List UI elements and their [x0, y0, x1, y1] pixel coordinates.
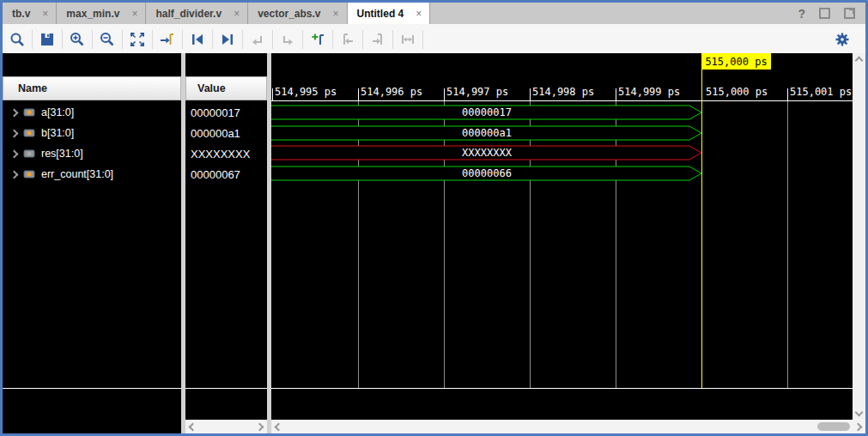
- signal-row-err-count[interactable]: err_count[31:0]: [3, 164, 181, 185]
- axis-tick-label: 514,996 ps: [361, 86, 422, 98]
- value-column-header: Value: [185, 76, 267, 100]
- waveform-window: tb.v × max_min.v × half_divider.v × vect…: [0, 0, 868, 436]
- scroll-left-icon[interactable]: [189, 422, 197, 431]
- signal-value: 000000a1: [191, 123, 266, 143]
- expand-icon[interactable]: [10, 170, 19, 179]
- wave-bottom-divider: [271, 388, 853, 389]
- wave-bus-a: 00000017: [271, 105, 702, 120]
- tab-untitled-4[interactable]: Untitled 4 ×: [348, 3, 431, 24]
- signal-row-a[interactable]: a[31:0]: [3, 102, 181, 123]
- signal-name-panel: Name a[31:0] b[31:0] res[31:0] err_count: [3, 53, 181, 433]
- axis-tick-label: 514,997 ps: [446, 86, 508, 98]
- previous-edge-icon[interactable]: [243, 27, 272, 51]
- next-edge-icon[interactable]: [273, 27, 302, 51]
- scroll-right-icon[interactable]: [256, 422, 264, 431]
- scroll-up-icon[interactable]: [855, 57, 864, 65]
- bus-signal-icon: [23, 169, 36, 179]
- axis-tick-label: 514,999 ps: [618, 86, 680, 98]
- tab-half_divider.v[interactable]: half_divider.v ×: [146, 3, 248, 24]
- signal-value: 00000017: [191, 102, 266, 123]
- next-transition-icon[interactable]: [213, 27, 242, 51]
- signal-name: a[31:0]: [41, 106, 74, 118]
- wave-bus-res: XXXXXXXX: [271, 145, 702, 160]
- gridline: [787, 101, 788, 388]
- signal-value: XXXXXXXX: [191, 143, 266, 164]
- bus-value-label: XXXXXXXX: [271, 146, 702, 160]
- axis-tick-label: 515,000 ps: [706, 86, 768, 98]
- name-column-header: Name: [3, 76, 181, 100]
- signal-row-b[interactable]: b[31:0]: [3, 123, 181, 143]
- scrollbar-thumb[interactable]: [817, 422, 850, 431]
- search-icon[interactable]: [3, 27, 32, 51]
- scroll-down-icon[interactable]: [855, 409, 864, 417]
- tab-label: Untitled 4: [357, 8, 404, 20]
- tab-label: half_divider.v: [155, 8, 222, 20]
- signal-name: err_count[31:0]: [41, 168, 113, 180]
- waveform-canvas[interactable]: 514,995 ps 514,996 ps 514,997 ps 514,998…: [271, 53, 853, 433]
- scroll-left-icon[interactable]: [275, 422, 283, 431]
- tab-label: max_min.v: [66, 8, 119, 20]
- value-horizontal-scrollbar[interactable]: [185, 420, 267, 433]
- tab-vector_abs.v[interactable]: vector_abs.v ×: [248, 3, 347, 24]
- panel-bottom-divider: [185, 388, 267, 389]
- go-to-cursor-icon[interactable]: [153, 27, 182, 51]
- signal-row-res[interactable]: res[31:0]: [3, 143, 181, 164]
- tab-label: tb.v: [12, 8, 30, 20]
- time-cursor-line[interactable]: [701, 70, 702, 388]
- add-marker-icon[interactable]: [303, 27, 332, 51]
- tab-max_min.v[interactable]: max_min.v ×: [57, 3, 146, 24]
- bus-signal-icon: [23, 128, 36, 138]
- previous-marker-icon[interactable]: [333, 27, 362, 51]
- tab-tb.v[interactable]: tb.v ×: [3, 3, 57, 24]
- bus-value-label: 00000066: [271, 167, 702, 180]
- signal-name: b[31:0]: [41, 127, 74, 139]
- expand-icon[interactable]: [10, 129, 19, 137]
- bus-signal-icon: [23, 107, 36, 118]
- signal-value: 00000067: [191, 164, 266, 185]
- window-controls: ?: [798, 3, 865, 24]
- axis-tick: [358, 88, 359, 100]
- axis-tick: [787, 88, 788, 100]
- panel-bottom-divider: [3, 388, 181, 389]
- maximize-icon[interactable]: [819, 8, 830, 19]
- float-icon[interactable]: [844, 8, 855, 19]
- help-icon[interactable]: ?: [798, 7, 805, 21]
- expand-icon[interactable]: [10, 108, 19, 117]
- zoom-fit-icon[interactable]: [123, 27, 152, 51]
- close-icon[interactable]: ×: [416, 8, 422, 20]
- marker-span-icon[interactable]: [393, 27, 422, 51]
- close-icon[interactable]: ×: [234, 8, 240, 20]
- wave-horizontal-scrollbar[interactable]: [271, 420, 865, 433]
- close-icon[interactable]: ×: [131, 8, 137, 20]
- expand-icon[interactable]: [10, 149, 19, 158]
- signal-name: res[31:0]: [41, 148, 83, 160]
- waveform-toolbar: [3, 24, 865, 56]
- axis-tick: [530, 88, 531, 100]
- wave-viewer-body: Name a[31:0] b[31:0] res[31:0] err_count: [3, 53, 865, 433]
- wave-vertical-scrollbar[interactable]: [853, 53, 865, 420]
- time-cursor-label[interactable]: 515,000 ps: [701, 53, 771, 70]
- bus-value-label: 00000017: [271, 106, 702, 119]
- wave-bus-err-count: 00000066: [271, 166, 702, 181]
- tab-bar: tb.v × max_min.v × half_divider.v × vect…: [3, 3, 865, 24]
- axis-tick: [616, 88, 616, 100]
- axis-tick: [444, 88, 445, 100]
- bus-value-label: 000000a1: [271, 126, 702, 140]
- next-marker-icon[interactable]: [363, 27, 392, 51]
- scroll-right-icon[interactable]: [854, 422, 863, 431]
- settings-gear-icon[interactable]: [828, 27, 857, 51]
- save-icon[interactable]: [33, 27, 62, 51]
- axis-tick-label: 514,995 ps: [275, 86, 337, 98]
- wave-bus-b: 000000a1: [271, 125, 702, 141]
- close-icon[interactable]: ×: [333, 8, 339, 20]
- signal-value-panel: Value 00000017 000000a1 XXXXXXXX 0000006…: [185, 53, 267, 433]
- axis-tick-label: 515,001 ps: [790, 86, 852, 98]
- zoom-in-icon[interactable]: [63, 27, 92, 51]
- axis-tick-label: 514,998 ps: [532, 86, 594, 98]
- zoom-out-icon[interactable]: [93, 27, 122, 51]
- previous-transition-icon[interactable]: [183, 27, 212, 51]
- axis-tick: [272, 88, 273, 100]
- tab-label: vector_abs.v: [258, 8, 320, 20]
- bus-signal-icon: [23, 148, 36, 159]
- close-icon[interactable]: ×: [42, 8, 48, 20]
